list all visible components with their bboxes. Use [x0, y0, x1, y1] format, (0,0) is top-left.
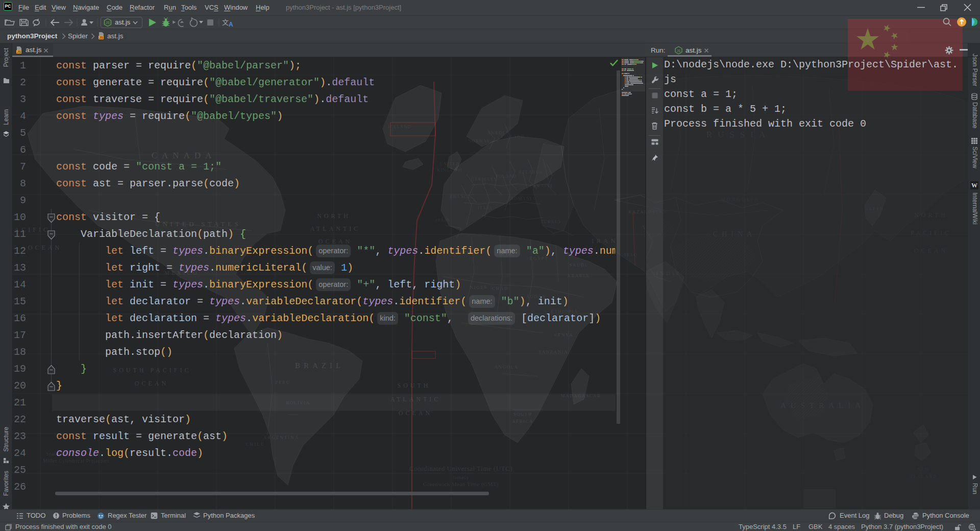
svg-text:JS: JS	[17, 50, 21, 54]
svg-text:文: 文	[222, 18, 229, 26]
svg-text:JS: JS	[677, 49, 681, 53]
svg-text:JS: JS	[99, 36, 104, 39]
svg-text:JS: JS	[106, 21, 110, 25]
svg-text:A: A	[229, 21, 233, 28]
